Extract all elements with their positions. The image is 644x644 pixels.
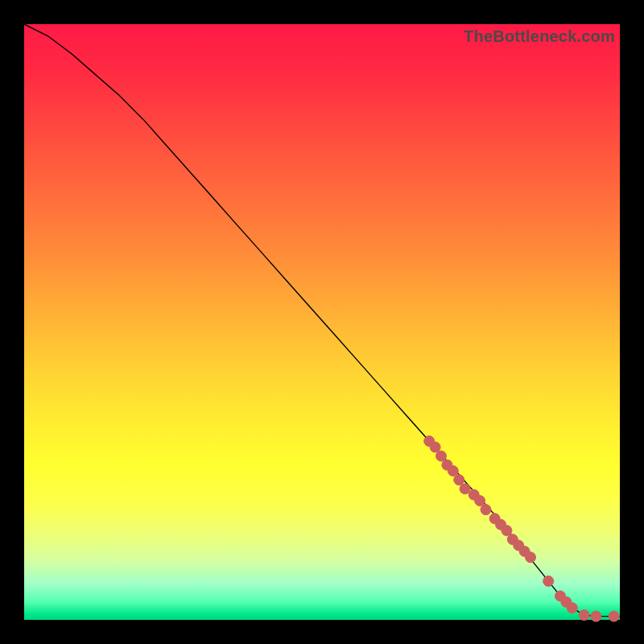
curve-line [24,24,620,617]
data-marker [591,611,601,621]
data-marker [436,451,447,461]
data-marker [475,496,485,506]
data-marker [481,505,491,515]
data-marker [430,442,440,452]
data-marker [609,611,619,621]
data-marker [454,475,464,485]
data-marker [567,603,577,613]
data-marker [460,484,470,494]
markers-group [424,436,619,622]
data-marker [448,466,458,477]
chart-svg [24,24,620,620]
plot-area: TheBottleneck.com [24,24,620,620]
data-marker [543,576,554,586]
chart-frame: TheBottleneck.com [0,0,644,644]
data-marker [502,526,512,536]
data-marker [579,610,589,621]
data-marker [526,552,536,563]
